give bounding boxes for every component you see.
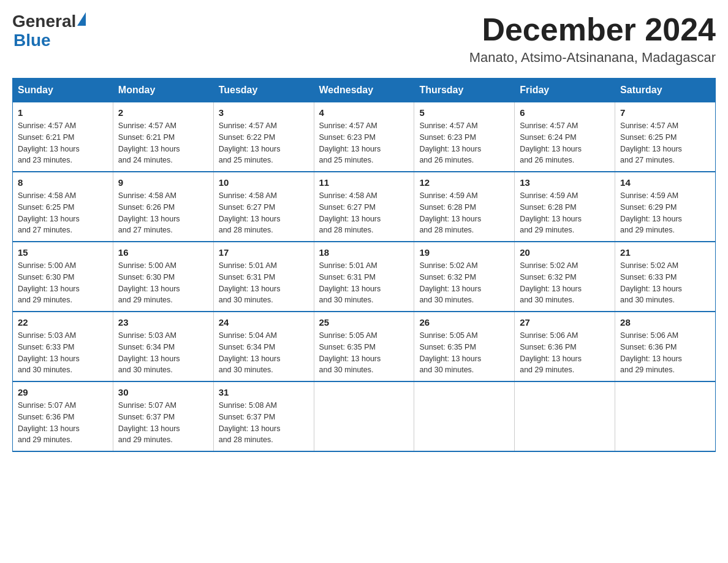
day-number: 9 (118, 177, 208, 188)
day-number: 6 (520, 107, 610, 118)
logo-blue-text: Blue (12, 31, 86, 50)
day-cell (515, 381, 615, 451)
col-header-sunday: Sunday (13, 79, 113, 102)
day-info: Sunrise: 4:58 AMSunset: 6:26 PMDaylight:… (118, 190, 208, 236)
day-cell: 5Sunrise: 4:57 AMSunset: 6:23 PMDaylight… (414, 102, 515, 172)
col-header-thursday: Thursday (414, 79, 515, 102)
day-info: Sunrise: 5:06 AMSunset: 6:36 PMDaylight:… (520, 330, 610, 376)
day-info: Sunrise: 5:00 AMSunset: 6:30 PMDaylight:… (18, 260, 108, 306)
day-number: 13 (520, 177, 610, 188)
logo-general-text: General (12, 12, 76, 31)
week-row-3: 15Sunrise: 5:00 AMSunset: 6:30 PMDayligh… (13, 242, 716, 312)
week-row-1: 1Sunrise: 4:57 AMSunset: 6:21 PMDaylight… (13, 102, 716, 172)
day-cell: 6Sunrise: 4:57 AMSunset: 6:24 PMDaylight… (515, 102, 615, 172)
day-cell: 15Sunrise: 5:00 AMSunset: 6:30 PMDayligh… (13, 242, 113, 312)
day-info: Sunrise: 5:01 AMSunset: 6:31 PMDaylight:… (219, 260, 309, 306)
day-info: Sunrise: 4:57 AMSunset: 6:25 PMDaylight:… (620, 120, 710, 166)
day-number: 27 (520, 317, 610, 327)
day-cell: 31Sunrise: 5:08 AMSunset: 6:37 PMDayligh… (213, 381, 314, 451)
day-cell: 28Sunrise: 5:06 AMSunset: 6:36 PMDayligh… (615, 312, 716, 381)
day-info: Sunrise: 5:05 AMSunset: 6:35 PMDaylight:… (419, 330, 509, 376)
day-info: Sunrise: 4:57 AMSunset: 6:23 PMDaylight:… (319, 120, 409, 166)
day-cell: 13Sunrise: 4:59 AMSunset: 6:28 PMDayligh… (515, 172, 615, 242)
day-number: 17 (219, 247, 309, 258)
day-cell: 2Sunrise: 4:57 AMSunset: 6:21 PMDaylight… (113, 102, 213, 172)
day-number: 4 (319, 107, 409, 118)
title-section: December 2024 Manato, Atsimo-Atsinanana,… (469, 12, 716, 66)
day-cell: 1Sunrise: 4:57 AMSunset: 6:21 PMDaylight… (13, 102, 113, 172)
day-info: Sunrise: 4:57 AMSunset: 6:23 PMDaylight:… (419, 120, 509, 166)
day-cell: 25Sunrise: 5:05 AMSunset: 6:35 PMDayligh… (314, 312, 414, 381)
day-cell (414, 381, 515, 451)
day-number: 23 (118, 317, 208, 327)
col-header-tuesday: Tuesday (213, 79, 314, 102)
day-cell: 3Sunrise: 4:57 AMSunset: 6:22 PMDaylight… (213, 102, 314, 172)
day-info: Sunrise: 4:58 AMSunset: 6:27 PMDaylight:… (319, 190, 409, 236)
day-number: 7 (620, 107, 710, 118)
day-cell: 17Sunrise: 5:01 AMSunset: 6:31 PMDayligh… (213, 242, 314, 312)
month-title: December 2024 (469, 12, 716, 47)
week-row-2: 8Sunrise: 4:58 AMSunset: 6:25 PMDaylight… (13, 172, 716, 242)
day-cell: 24Sunrise: 5:04 AMSunset: 6:34 PMDayligh… (213, 312, 314, 381)
calendar-table: SundayMondayTuesdayWednesdayThursdayFrid… (12, 78, 716, 452)
week-row-4: 22Sunrise: 5:03 AMSunset: 6:33 PMDayligh… (13, 312, 716, 381)
day-cell: 19Sunrise: 5:02 AMSunset: 6:32 PMDayligh… (414, 242, 515, 312)
day-info: Sunrise: 5:02 AMSunset: 6:33 PMDaylight:… (620, 260, 710, 306)
day-number: 28 (620, 317, 710, 327)
day-info: Sunrise: 5:01 AMSunset: 6:31 PMDaylight:… (319, 260, 409, 306)
day-info: Sunrise: 5:03 AMSunset: 6:34 PMDaylight:… (118, 330, 208, 376)
day-number: 21 (620, 247, 710, 258)
calendar-header-row: SundayMondayTuesdayWednesdayThursdayFrid… (13, 79, 716, 102)
day-number: 8 (18, 177, 108, 188)
day-info: Sunrise: 4:57 AMSunset: 6:21 PMDaylight:… (18, 120, 108, 166)
day-number: 29 (18, 387, 108, 397)
day-info: Sunrise: 5:04 AMSunset: 6:34 PMDaylight:… (219, 330, 309, 376)
day-info: Sunrise: 5:07 AMSunset: 6:37 PMDaylight:… (118, 400, 208, 446)
day-cell: 10Sunrise: 4:58 AMSunset: 6:27 PMDayligh… (213, 172, 314, 242)
week-row-5: 29Sunrise: 5:07 AMSunset: 6:36 PMDayligh… (13, 381, 716, 451)
day-info: Sunrise: 4:59 AMSunset: 6:28 PMDaylight:… (419, 190, 509, 236)
day-info: Sunrise: 5:02 AMSunset: 6:32 PMDaylight:… (419, 260, 509, 306)
day-cell: 29Sunrise: 5:07 AMSunset: 6:36 PMDayligh… (13, 381, 113, 451)
day-number: 20 (520, 247, 610, 258)
day-info: Sunrise: 4:58 AMSunset: 6:27 PMDaylight:… (219, 190, 309, 236)
day-number: 5 (419, 107, 509, 118)
day-number: 10 (219, 177, 309, 188)
day-number: 25 (319, 317, 409, 327)
day-info: Sunrise: 5:02 AMSunset: 6:32 PMDaylight:… (520, 260, 610, 306)
day-info: Sunrise: 5:03 AMSunset: 6:33 PMDaylight:… (18, 330, 108, 376)
day-cell: 21Sunrise: 5:02 AMSunset: 6:33 PMDayligh… (615, 242, 716, 312)
day-cell: 30Sunrise: 5:07 AMSunset: 6:37 PMDayligh… (113, 381, 213, 451)
day-cell (615, 381, 716, 451)
logo-wrapper: General Blue (12, 12, 86, 50)
col-header-friday: Friday (515, 79, 615, 102)
page-header: General Blue December 2024 Manato, Atsim… (12, 12, 716, 66)
day-number: 22 (18, 317, 108, 327)
day-cell: 26Sunrise: 5:05 AMSunset: 6:35 PMDayligh… (414, 312, 515, 381)
day-number: 19 (419, 247, 509, 258)
logo-triangle-icon (77, 12, 86, 26)
day-info: Sunrise: 4:59 AMSunset: 6:29 PMDaylight:… (620, 190, 710, 236)
day-info: Sunrise: 4:57 AMSunset: 6:21 PMDaylight:… (118, 120, 208, 166)
day-number: 18 (319, 247, 409, 258)
col-header-wednesday: Wednesday (314, 79, 414, 102)
day-cell: 22Sunrise: 5:03 AMSunset: 6:33 PMDayligh… (13, 312, 113, 381)
col-header-saturday: Saturday (615, 79, 716, 102)
day-cell: 20Sunrise: 5:02 AMSunset: 6:32 PMDayligh… (515, 242, 615, 312)
day-info: Sunrise: 5:06 AMSunset: 6:36 PMDaylight:… (620, 330, 710, 376)
logo-line1: General (12, 12, 86, 31)
day-number: 24 (219, 317, 309, 327)
day-cell: 11Sunrise: 4:58 AMSunset: 6:27 PMDayligh… (314, 172, 414, 242)
day-cell: 9Sunrise: 4:58 AMSunset: 6:26 PMDaylight… (113, 172, 213, 242)
day-cell: 23Sunrise: 5:03 AMSunset: 6:34 PMDayligh… (113, 312, 213, 381)
day-info: Sunrise: 4:57 AMSunset: 6:22 PMDaylight:… (219, 120, 309, 166)
day-number: 12 (419, 177, 509, 188)
day-cell: 14Sunrise: 4:59 AMSunset: 6:29 PMDayligh… (615, 172, 716, 242)
logo: General Blue (12, 12, 86, 50)
day-info: Sunrise: 5:08 AMSunset: 6:37 PMDaylight:… (219, 400, 309, 446)
day-number: 3 (219, 107, 309, 118)
day-number: 1 (18, 107, 108, 118)
day-cell: 4Sunrise: 4:57 AMSunset: 6:23 PMDaylight… (314, 102, 414, 172)
day-number: 15 (18, 247, 108, 258)
location-title: Manato, Atsimo-Atsinanana, Madagascar (469, 50, 716, 66)
